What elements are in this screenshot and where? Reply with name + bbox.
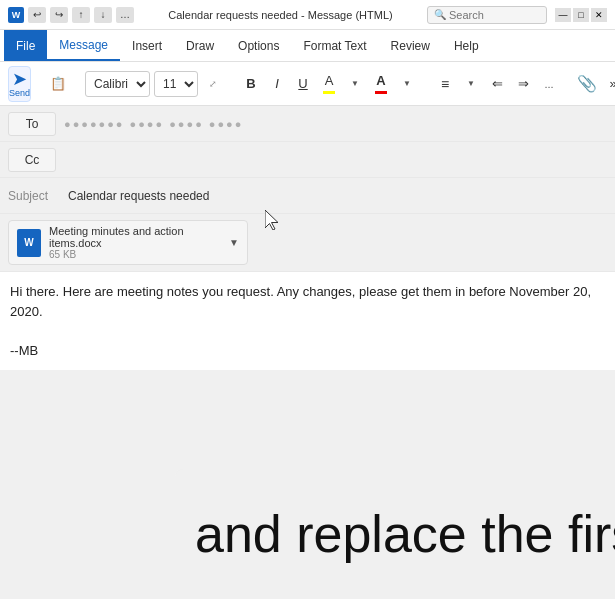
- underline-button[interactable]: U: [292, 71, 314, 97]
- send-icon: ➤: [12, 70, 27, 88]
- to-value[interactable]: ●●●●●●● ●●●● ●●●● ●●●●: [64, 118, 607, 130]
- search-icon: 🔍: [434, 9, 446, 20]
- word-icon: W: [17, 229, 41, 257]
- to-label[interactable]: To: [8, 112, 56, 136]
- cc-row: Cc: [0, 142, 615, 178]
- format-expand-btn[interactable]: ⤢: [202, 71, 224, 97]
- bold-button[interactable]: B: [240, 71, 262, 97]
- indent-decrease-button[interactable]: ⇐: [486, 71, 508, 97]
- highlight-button[interactable]: A: [318, 71, 340, 97]
- tab-options[interactable]: Options: [226, 30, 291, 61]
- font-color-icon: A: [376, 73, 385, 88]
- clipboard-button[interactable]: 📋: [47, 71, 69, 97]
- font-color-indicator: [375, 91, 387, 94]
- toolbar: ➤ Send 📋 Calibri 11 ⤢ B I U A ▼ A ▼ ≡ ▼ …: [0, 62, 615, 106]
- app-icon: W: [8, 7, 24, 23]
- highlight-dropdown-btn[interactable]: ▼: [344, 71, 366, 97]
- minimize-btn[interactable]: —: [555, 8, 571, 22]
- subject-value[interactable]: Calendar requests needed: [68, 189, 209, 203]
- more-button-2[interactable]: »: [602, 71, 615, 97]
- font-size-select[interactable]: 11: [154, 71, 198, 97]
- window-buttons: — □ ✕: [555, 8, 607, 22]
- body-line1: Hi there. Here are meeting notes you req…: [10, 282, 605, 321]
- bottom-overlay: and replace the first e: [175, 469, 615, 599]
- tab-insert[interactable]: Insert: [120, 30, 174, 61]
- font-color-button[interactable]: A: [370, 71, 392, 97]
- email-body[interactable]: Hi there. Here are meeting notes you req…: [0, 272, 615, 370]
- attachment-chip[interactable]: W Meeting minutes and action items.docx …: [8, 220, 248, 265]
- font-color-dropdown-btn[interactable]: ▼: [396, 71, 418, 97]
- subject-label: Subject: [8, 189, 68, 203]
- search-box[interactable]: 🔍: [427, 6, 547, 24]
- up-btn[interactable]: ↑: [72, 7, 90, 23]
- attachment-name: Meeting minutes and action items.docx: [49, 225, 217, 249]
- indent-increase-button[interactable]: ⇒: [512, 71, 534, 97]
- tab-review[interactable]: Review: [379, 30, 442, 61]
- more-format-button[interactable]: ...: [538, 71, 560, 97]
- window-title: Calendar requests needed - Message (HTML…: [134, 9, 427, 21]
- highlight-icon: A: [325, 73, 334, 88]
- italic-button[interactable]: I: [266, 71, 288, 97]
- tab-help[interactable]: Help: [442, 30, 491, 61]
- attachment-dropdown-btn[interactable]: ▼: [229, 237, 239, 248]
- subject-row: Subject Calendar requests needed: [0, 178, 615, 214]
- close-btn[interactable]: ✕: [591, 8, 607, 22]
- search-input[interactable]: [449, 9, 539, 21]
- bullets-button[interactable]: ≡: [434, 71, 456, 97]
- cc-label[interactable]: Cc: [8, 148, 56, 172]
- attachment-info: Meeting minutes and action items.docx 65…: [49, 225, 217, 260]
- send-button[interactable]: ➤ Send: [8, 66, 31, 102]
- attachment-row: W Meeting minutes and action items.docx …: [0, 214, 615, 272]
- restore-btn[interactable]: □: [573, 8, 589, 22]
- tab-draw[interactable]: Draw: [174, 30, 226, 61]
- attachment-button[interactable]: 📎: [576, 71, 598, 97]
- to-row: To ●●●●●●● ●●●● ●●●● ●●●●: [0, 106, 615, 142]
- down-btn[interactable]: ↓: [94, 7, 112, 23]
- clipboard-icon: 📋: [50, 76, 66, 91]
- overlay-text: and replace the first e: [195, 504, 615, 564]
- redo-btn[interactable]: ↪: [50, 7, 68, 23]
- tab-message[interactable]: Message: [47, 30, 120, 61]
- tab-file[interactable]: File: [4, 30, 47, 61]
- more-quick-btn[interactable]: …: [116, 7, 134, 23]
- title-bar-controls: W ↩ ↪ ↑ ↓ …: [8, 7, 134, 23]
- undo-btn[interactable]: ↩: [28, 7, 46, 23]
- highlight-color-indicator: [323, 91, 335, 94]
- font-family-select[interactable]: Calibri: [85, 71, 150, 97]
- ribbon-tabs: File Message Insert Draw Options Format …: [0, 30, 615, 62]
- attachment-size: 65 KB: [49, 249, 217, 260]
- tab-format-text[interactable]: Format Text: [291, 30, 378, 61]
- body-line2: --MB: [10, 341, 605, 361]
- send-label: Send: [9, 88, 30, 98]
- bullets-dropdown-btn[interactable]: ▼: [460, 71, 482, 97]
- title-bar: W ↩ ↪ ↑ ↓ … Calendar requests needed - M…: [0, 0, 615, 30]
